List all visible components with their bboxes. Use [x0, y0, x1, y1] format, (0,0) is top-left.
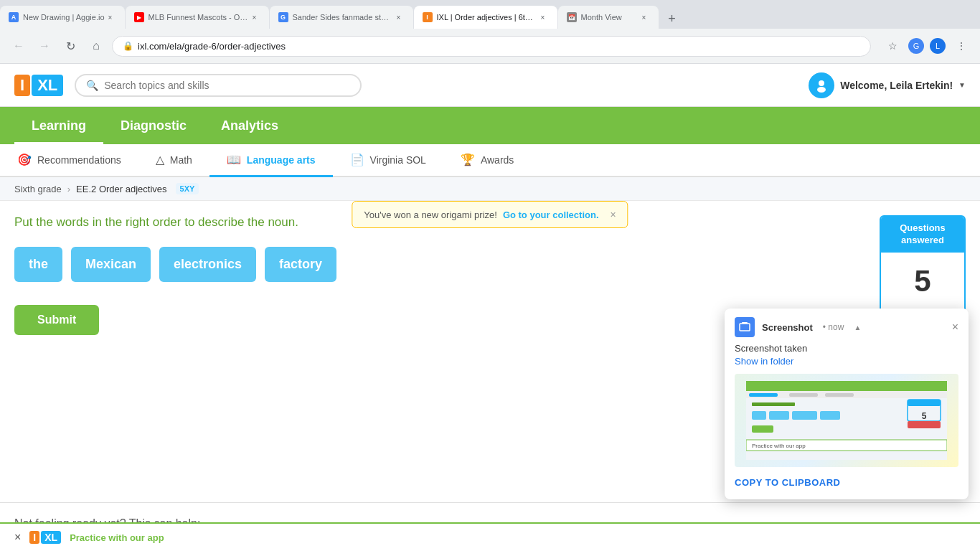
bottom-logo-i: I	[29, 531, 39, 544]
tab-favicon-mlb: ▶	[134, 12, 144, 22]
reload-button[interactable]: ↻	[60, 36, 80, 56]
breadcrumb: Sixth grade › EE.2 Order adjectives 5XY	[0, 177, 980, 201]
svg-rect-10	[752, 402, 795, 406]
avatar	[809, 72, 834, 98]
tab-favicon-ixl: I	[423, 12, 433, 22]
svg-rect-17	[908, 400, 941, 406]
sub-nav: 🎯 Recommendations △ Math 📖 Language arts…	[0, 144, 980, 177]
tab-close-mlb[interactable]: ×	[249, 11, 260, 23]
search-bar[interactable]: 🔍	[75, 74, 362, 97]
breadcrumb-grade[interactable]: Sixth grade	[14, 184, 62, 194]
lock-icon: 🔒	[123, 41, 133, 51]
math-icon: △	[156, 153, 164, 166]
prize-close-button[interactable]: ×	[611, 209, 616, 220]
subnav-recommendations[interactable]: 🎯 Recommendations	[0, 144, 138, 177]
screenshot-title: Screenshot	[762, 322, 813, 333]
user-area: Welcome, Leila Ertekin! ▼	[809, 72, 966, 98]
tab-favicon-sander: G	[278, 12, 288, 22]
screenshot-time: • now	[823, 322, 844, 332]
url-bar[interactable]: 🔒 ixl.com/ela/grade-6/order-adjectives	[112, 36, 871, 57]
bottom-bar-logo: I XL	[29, 531, 61, 544]
tab-label-mlb: MLB Funnest Mascots - Orbit - Y...	[149, 13, 249, 22]
svg-rect-3	[742, 322, 748, 324]
submit-button[interactable]: Submit	[14, 305, 99, 335]
nav-learning[interactable]: Learning	[14, 107, 103, 144]
tab-aggie[interactable]: A New Drawing | Aggie.io ×	[0, 6, 125, 29]
tab-close-aggie[interactable]: ×	[105, 11, 116, 23]
svg-rect-11	[752, 411, 766, 420]
prize-text: You've won a new origami prize!	[364, 209, 497, 220]
menu-button[interactable]: ⋮	[951, 36, 971, 56]
back-button[interactable]: ←	[9, 36, 29, 56]
svg-rect-2	[740, 324, 750, 331]
home-button[interactable]: ⌂	[86, 36, 106, 56]
extensions-button[interactable]: G	[908, 38, 924, 54]
word-tiles: the Mexican electronics factory	[14, 247, 865, 282]
star-button[interactable]: ☆	[882, 36, 903, 56]
word-tile-the[interactable]: the	[14, 247, 62, 282]
screenshot-panel-header: Screenshot • now ▲ ×	[725, 309, 969, 343]
search-input[interactable]	[104, 80, 350, 91]
recommendations-icon: 🎯	[17, 153, 32, 166]
svg-point-0	[819, 80, 824, 86]
bottom-bar: × I XL Practice with our app	[0, 522, 980, 545]
stats-header: Questions answered	[881, 217, 964, 253]
svg-text:5: 5	[922, 411, 927, 421]
bottom-bar-close-button[interactable]: ×	[14, 531, 21, 544]
logo-xl: XL	[32, 75, 63, 96]
word-tile-mexican[interactable]: Mexican	[71, 247, 151, 282]
profile-button[interactable]: L	[930, 38, 946, 54]
screenshot-icon	[735, 317, 755, 337]
prize-link[interactable]: Go to your collection.	[503, 209, 599, 220]
word-tile-factory[interactable]: factory	[265, 247, 336, 282]
svg-rect-9	[825, 393, 854, 397]
virginia-sol-icon: 📄	[350, 153, 364, 166]
screenshot-expand-icon[interactable]: ▲	[854, 324, 861, 331]
tab-label-month: Month View	[581, 13, 639, 22]
svg-rect-13	[792, 411, 817, 420]
tab-close-month[interactable]: ×	[639, 11, 650, 23]
tab-favicon-month: 📅	[567, 12, 577, 22]
screenshot-panel: Screenshot • now ▲ × Screenshot taken Sh…	[725, 309, 969, 499]
search-icon: 🔍	[86, 80, 98, 91]
screenshot-show-link[interactable]: Show in folder	[735, 356, 793, 367]
tab-label-aggie: New Drawing | Aggie.io	[23, 13, 105, 22]
screenshot-close-button[interactable]: ×	[952, 321, 958, 334]
browser-chrome: A New Drawing | Aggie.io × ▶ MLB Funnest…	[0, 0, 980, 64]
word-tile-electronics[interactable]: electronics	[159, 247, 256, 282]
screenshot-thumb-content: 5 Practice with our app	[735, 374, 958, 467]
ixl-logo[interactable]: I XL	[14, 75, 63, 96]
subnav-math[interactable]: △ Math	[138, 144, 209, 177]
screenshot-taken-text: Screenshot taken	[735, 343, 958, 354]
prize-notification: You've won a new origami prize! Go to yo…	[352, 201, 628, 228]
svg-point-1	[817, 87, 826, 93]
tab-sander[interactable]: G Sander Sides fanmade story - G... ×	[270, 6, 413, 29]
screenshot-thumbnail: 5 Practice with our app	[735, 374, 958, 467]
browser-actions: ☆ G L ⋮	[882, 36, 971, 56]
subnav-virginia-sol[interactable]: 📄 Virginia SOL	[333, 144, 443, 177]
forward-button[interactable]: →	[34, 36, 55, 56]
new-tab-button[interactable]: +	[662, 9, 682, 29]
svg-text:Practice with our app: Practice with our app	[752, 443, 806, 449]
user-name: Welcome, Leila Ertekin!	[840, 80, 953, 91]
copy-to-clipboard-button[interactable]: COPY TO CLIPBOARD	[735, 474, 840, 491]
stats-number: 5	[881, 253, 964, 310]
svg-rect-12	[769, 411, 789, 420]
tab-close-sander[interactable]: ×	[393, 11, 405, 23]
tab-month[interactable]: 📅 Month View ×	[558, 6, 659, 29]
tab-ixl[interactable]: I IXL | Order adjectives | 6th grad... ×	[414, 6, 557, 29]
nav-analytics[interactable]: Analytics	[204, 107, 296, 144]
subnav-language-arts[interactable]: 📖 Language arts	[209, 144, 333, 177]
url-text: ixl.com/ela/grade-6/order-adjectives	[138, 41, 286, 52]
tab-mlb[interactable]: ▶ MLB Funnest Mascots - Orbit - Y... ×	[126, 6, 269, 29]
subnav-awards[interactable]: 🏆 Awards	[443, 144, 531, 177]
bottom-bar-link[interactable]: Practice with our app	[70, 532, 164, 543]
svg-rect-5	[746, 381, 947, 391]
address-bar: ← → ↻ ⌂ 🔒 ixl.com/ela/grade-6/order-adje…	[0, 29, 980, 63]
svg-rect-8	[789, 393, 818, 397]
svg-rect-7	[749, 393, 778, 397]
tab-bar: A New Drawing | Aggie.io × ▶ MLB Funnest…	[0, 0, 980, 29]
tab-close-ixl[interactable]: ×	[537, 11, 549, 23]
user-dropdown-icon[interactable]: ▼	[958, 81, 966, 89]
nav-diagnostic[interactable]: Diagnostic	[103, 107, 204, 144]
